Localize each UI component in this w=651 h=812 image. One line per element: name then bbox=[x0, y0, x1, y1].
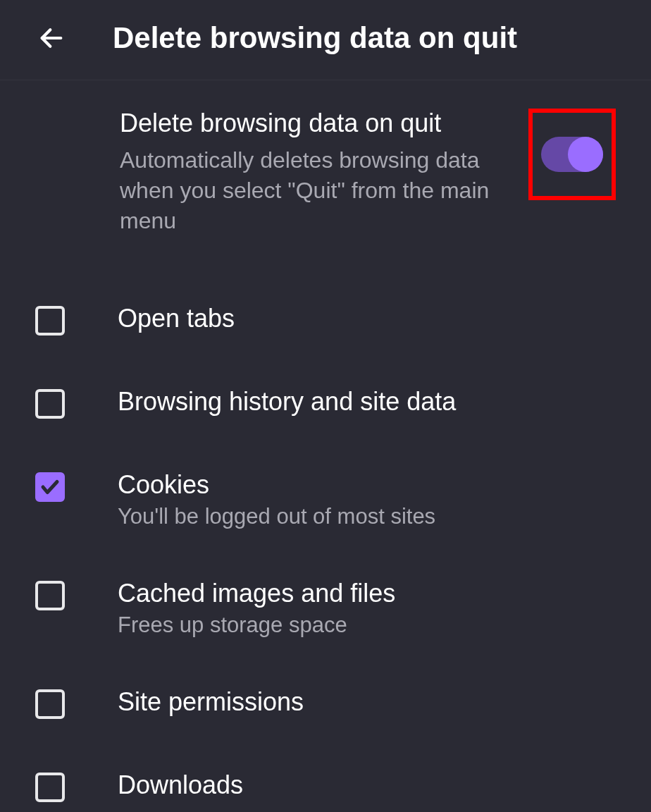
item-text-block: Site permissions bbox=[118, 687, 616, 721]
toggle-text-block: Delete browsing data on quit Automatical… bbox=[120, 109, 528, 237]
list-item-cookies[interactable]: Cookies You'll be logged out of most sit… bbox=[35, 445, 616, 554]
item-title: Open tabs bbox=[118, 304, 616, 333]
item-text-block: Open tabs bbox=[118, 304, 616, 338]
content-area: Delete browsing data on quit Automatical… bbox=[0, 80, 651, 812]
item-title: Site permissions bbox=[118, 687, 616, 717]
item-text-block: Downloads bbox=[118, 770, 616, 804]
item-title: Cached images and files bbox=[118, 579, 616, 608]
checkbox-site-permissions[interactable] bbox=[35, 689, 65, 719]
main-toggle-row[interactable]: Delete browsing data on quit Automatical… bbox=[35, 109, 616, 237]
header: Delete browsing data on quit bbox=[0, 0, 651, 80]
toggle-thumb-icon bbox=[568, 137, 603, 172]
list-item-cached-images[interactable]: Cached images and files Frees up storage… bbox=[35, 554, 616, 663]
toggle-description: Automatically deletes browsing data when… bbox=[120, 145, 514, 237]
item-title: Downloads bbox=[118, 770, 616, 800]
back-arrow-icon[interactable] bbox=[35, 23, 67, 54]
checkmark-icon bbox=[39, 476, 61, 498]
item-text-block: Cookies You'll be logged out of most sit… bbox=[118, 470, 616, 529]
item-subtitle: You'll be logged out of most sites bbox=[118, 504, 616, 529]
toggle-title: Delete browsing data on quit bbox=[120, 109, 514, 138]
delete-on-quit-toggle[interactable] bbox=[541, 137, 603, 172]
list-item-browsing-history[interactable]: Browsing history and site data bbox=[35, 362, 616, 445]
item-text-block: Browsing history and site data bbox=[118, 387, 616, 421]
list-item-downloads[interactable]: Downloads bbox=[35, 746, 616, 812]
list-item-site-permissions[interactable]: Site permissions bbox=[35, 663, 616, 746]
checkbox-browsing-history[interactable] bbox=[35, 389, 65, 419]
item-subtitle: Frees up storage space bbox=[118, 613, 616, 638]
checkbox-open-tabs[interactable] bbox=[35, 306, 65, 336]
page-title: Delete browsing data on quit bbox=[113, 21, 517, 55]
checkbox-cached-images[interactable] bbox=[35, 581, 65, 610]
toggle-highlight-box bbox=[528, 109, 616, 200]
item-title: Cookies bbox=[118, 470, 616, 500]
item-text-block: Cached images and files Frees up storage… bbox=[118, 579, 616, 638]
checkbox-cookies[interactable] bbox=[35, 472, 65, 502]
list-item-open-tabs[interactable]: Open tabs bbox=[35, 279, 616, 362]
item-title: Browsing history and site data bbox=[118, 387, 616, 417]
checkbox-downloads[interactable] bbox=[35, 773, 65, 802]
